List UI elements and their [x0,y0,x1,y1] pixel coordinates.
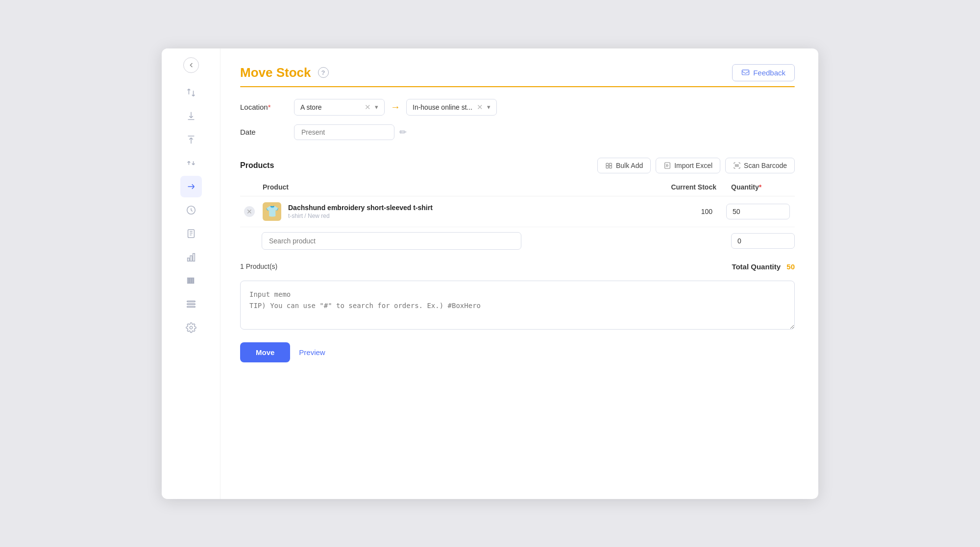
svg-rect-4 [187,301,195,302]
location-row: Location* A store ✕ ▾ → In-house online … [240,99,795,116]
total-quantity-label: Total Quantity [732,262,781,271]
current-stock-value: 100 [701,208,712,215]
feedback-icon [741,69,750,77]
scan-barcode-button[interactable]: Scan Barcode [725,158,795,173]
action-row: Move Preview [240,342,795,362]
page-title: Move Stock [240,65,311,80]
svg-rect-11 [610,163,612,166]
sidebar-item-move[interactable] [180,176,202,197]
location-from-clear[interactable]: ✕ [365,103,371,112]
product-cell: 👕 Dachshund embroidery short-sleeved t-s… [263,202,624,221]
bulk-add-label: Bulk Add [616,162,643,169]
memo-textarea[interactable] [240,281,795,330]
location-to-arrow[interactable]: ▾ [487,103,490,111]
products-actions: Bulk Add Import Excel Scan Barcode [597,158,795,173]
col-product: Product [259,178,628,196]
bulk-add-icon [605,162,613,169]
feedback-button[interactable]: Feedback [732,64,795,81]
product-name: Dachshund embroidery short-sleeved t-shi… [288,204,433,212]
search-product-input[interactable] [262,232,521,250]
current-stock-cell: 100 [628,196,716,227]
remove-product-button[interactable]: ✕ [244,206,255,217]
col-quantity: Quantity* [716,178,795,196]
location-to-clear[interactable]: ✕ [477,103,483,112]
location-label: Location* [240,103,294,111]
location-to-select[interactable]: In-house online st... ✕ ▾ [406,99,497,116]
products-title: Products [240,161,274,170]
svg-rect-8 [742,70,749,74]
quantity-input[interactable] [726,204,790,219]
location-group: A store ✕ ▾ → In-house online st... ✕ ▾ [294,99,497,116]
search-row [240,227,795,254]
sidebar-item-adjust[interactable] [180,152,202,174]
edit-date-icon[interactable]: ✏ [399,127,407,138]
product-thumbnail: 👕 [263,202,281,221]
bulk-add-button[interactable]: Bulk Add [597,158,651,173]
summary-row: 1 Product(s) Total Quantity 50 [240,262,795,271]
table-row: ✕ 👕 Dachshund embroidery short-sleeved t… [240,196,795,227]
svg-rect-10 [606,166,609,168]
svg-rect-2 [190,256,192,261]
location-arrow-icon: → [391,101,400,113]
total-quantity-value: 50 [786,262,795,271]
quantity-cell [716,196,795,227]
location-to-value: In-house online st... [413,103,472,111]
sidebar-item-analytics[interactable] [180,246,202,268]
products-header: Products Bulk Add Import Excel Scan Barc… [240,158,795,173]
product-variant: t-shirt / New red [288,213,433,219]
svg-rect-1 [187,258,189,261]
svg-rect-0 [188,229,194,238]
header-divider [240,86,795,87]
sidebar-item-barcode[interactable] [180,270,202,291]
svg-rect-12 [610,166,612,168]
svg-rect-6 [187,306,195,307]
sidebar-item-receive[interactable] [180,105,202,127]
sidebar-item-settings[interactable] [180,317,202,338]
scan-barcode-icon [733,162,741,169]
date-label: Date [240,128,294,136]
page-header: Move Stock ? Feedback [240,64,795,81]
help-icon[interactable]: ? [318,67,329,78]
import-excel-label: Import Excel [674,162,712,169]
feedback-label: Feedback [753,69,785,77]
sidebar-toggle[interactable] [183,57,199,73]
preview-button[interactable]: Preview [299,348,325,357]
product-count: 1 Product(s) [240,262,277,270]
total-quantity: Total Quantity 50 [732,262,795,271]
sidebar [162,48,220,499]
sidebar-item-history[interactable] [180,199,202,221]
svg-rect-5 [187,304,195,305]
product-info: Dachshund embroidery short-sleeved t-shi… [288,204,433,219]
sidebar-item-list[interactable] [180,293,202,315]
sidebar-item-sort[interactable] [180,82,202,103]
svg-point-7 [190,326,193,329]
col-current-stock: Current Stock [628,178,716,196]
move-button[interactable]: Move [240,342,290,362]
sidebar-item-documents[interactable] [180,223,202,244]
date-row: Date ✏ [240,124,795,140]
svg-rect-13 [665,163,670,168]
import-excel-button[interactable]: Import Excel [656,158,720,173]
location-from-select[interactable]: A store ✕ ▾ [294,99,385,116]
location-from-arrow[interactable]: ▾ [375,103,378,111]
location-from-value: A store [300,103,322,111]
sidebar-item-send[interactable] [180,129,202,150]
import-excel-icon [663,162,671,169]
main-content: Move Stock ? Feedback Location* A store … [220,48,818,499]
scan-barcode-label: Scan Barcode [744,162,787,169]
svg-rect-3 [193,253,195,261]
products-table: Product Current Stock Quantity* ✕ 👕 Dach… [240,178,795,227]
date-input[interactable] [294,124,394,140]
search-qty-input[interactable] [731,233,795,249]
svg-rect-9 [606,163,609,166]
